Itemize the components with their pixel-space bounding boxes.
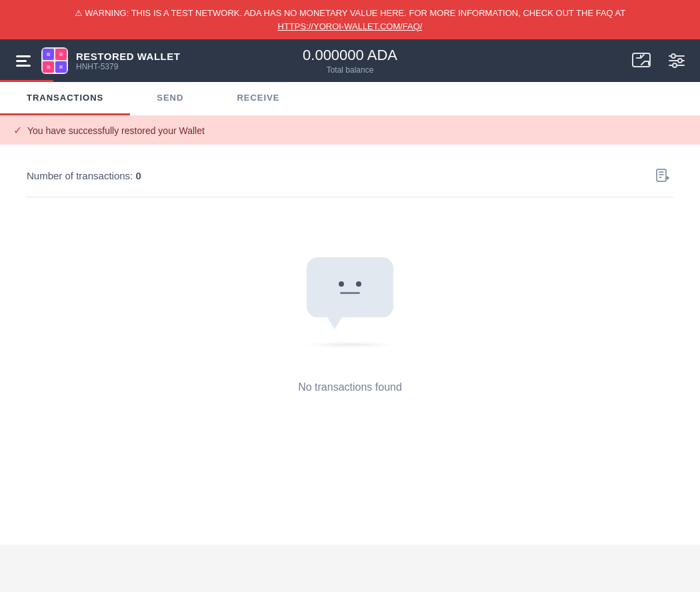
empty-state: No transactions found — [27, 204, 673, 433]
hamburger-line-1 — [16, 55, 31, 57]
face-mouth — [340, 292, 360, 294]
tab-send[interactable]: SEND — [130, 82, 210, 115]
svg-point-15 — [673, 63, 677, 67]
header-balance: 0.000000 ADA Total balance — [303, 47, 397, 75]
tabs-bar: TRANSACTIONS SEND RECEIVE — [0, 82, 700, 116]
warning-banner: ⚠ WARNING: THIS IS A TEST NETWORK. ADA H… — [0, 0, 700, 39]
transaction-count-row: Number of transactions: 0 — [27, 158, 673, 197]
tab-transactions[interactable]: TRANSACTIONS — [0, 82, 130, 115]
empty-state-shadow — [303, 341, 397, 348]
svg-point-13 — [678, 59, 682, 63]
warning-link[interactable]: HTTPS://YOROI-WALLET.COM/FAQ/ — [13, 20, 687, 33]
settings-icon[interactable] — [667, 51, 687, 70]
export-button[interactable] — [652, 165, 673, 186]
warning-text: ⚠ WARNING: THIS IS A TEST NETWORK. ADA H… — [75, 8, 626, 18]
transaction-count-value: 0 — [135, 170, 141, 181]
balance-label: Total balance — [303, 65, 397, 75]
wallet-send-receive-icon[interactable] — [632, 50, 656, 71]
success-check-icon: ✓ — [13, 124, 22, 137]
right-eye — [356, 281, 361, 287]
wallet-name: RESTORED WALLET — [76, 51, 180, 62]
success-message: You have successfully restored your Wall… — [27, 125, 205, 136]
hamburger-line-2 — [16, 60, 27, 62]
balance-amount: 0.000000 ADA — [303, 47, 397, 64]
svg-rect-16 — [657, 169, 666, 181]
empty-state-message: No transactions found — [298, 381, 402, 393]
tab-receive[interactable]: RECEIVE — [210, 82, 306, 115]
sad-face — [339, 281, 361, 294]
transaction-count-label: Number of transactions: — [27, 170, 133, 181]
svg-rect-7 — [47, 65, 50, 69]
header-actions — [632, 50, 687, 71]
empty-state-bubble — [307, 257, 393, 317]
hamburger-line-3 — [16, 65, 31, 67]
svg-rect-8 — [59, 65, 63, 69]
wallet-active-indicator — [0, 80, 53, 82]
header: RESTORED WALLET HNHT-5379 0.000000 ADA T… — [0, 39, 700, 82]
wallet-logo — [41, 47, 68, 74]
transaction-count-text: Number of transactions: 0 — [27, 170, 141, 181]
main-content: Number of transactions: 0 — [0, 145, 700, 545]
svg-rect-5 — [47, 53, 50, 56]
svg-rect-6 — [59, 53, 63, 56]
sidebar-toggle-button[interactable] — [13, 53, 33, 69]
face-eyes — [339, 281, 361, 287]
svg-point-11 — [671, 54, 675, 58]
header-left: RESTORED WALLET HNHT-5379 — [13, 47, 180, 74]
wallet-info: RESTORED WALLET HNHT-5379 — [76, 51, 180, 71]
success-banner: ✓ You have successfully restored your Wa… — [0, 116, 700, 145]
wallet-id: HNHT-5379 — [76, 62, 180, 71]
left-eye — [339, 281, 344, 287]
